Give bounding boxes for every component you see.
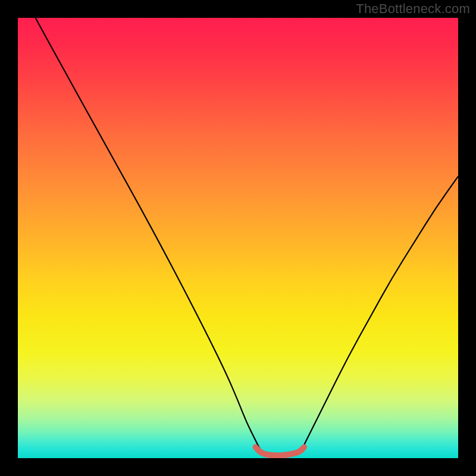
chart-frame: TheBottleneck.com — [0, 0, 476, 476]
curve-overlay — [18, 18, 458, 458]
bottom-segment — [256, 447, 304, 456]
plot-area — [18, 18, 458, 458]
watermark-text: TheBottleneck.com — [356, 1, 470, 17]
curve-left — [36, 18, 265, 454]
curve-right — [300, 176, 458, 453]
